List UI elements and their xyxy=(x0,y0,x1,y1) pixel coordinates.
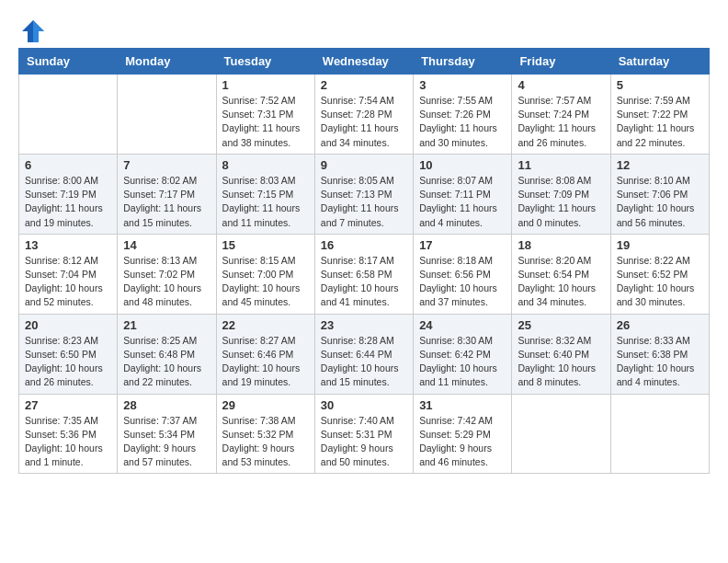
day-number: 12 xyxy=(617,158,703,172)
day-number: 20 xyxy=(25,318,111,332)
day-of-week-header: Friday xyxy=(512,49,610,75)
page-header xyxy=(18,18,710,39)
day-number: 17 xyxy=(419,238,506,252)
calendar-day-cell: 24Sunrise: 8:30 AM Sunset: 6:42 PM Dayli… xyxy=(414,314,512,394)
calendar-day-cell: 22Sunrise: 8:27 AM Sunset: 6:46 PM Dayli… xyxy=(216,314,314,394)
day-number: 6 xyxy=(25,158,111,172)
calendar-day-cell: 7Sunrise: 8:02 AM Sunset: 7:17 PM Daylig… xyxy=(118,154,216,234)
day-of-week-header: Thursday xyxy=(414,49,512,75)
calendar-day-cell: 10Sunrise: 8:07 AM Sunset: 7:11 PM Dayli… xyxy=(414,154,512,234)
calendar-day-cell: 20Sunrise: 8:23 AM Sunset: 6:50 PM Dayli… xyxy=(19,314,118,394)
calendar-day-cell: 9Sunrise: 8:05 AM Sunset: 7:13 PM Daylig… xyxy=(314,154,413,234)
day-number: 27 xyxy=(25,398,111,412)
calendar-day-cell: 16Sunrise: 8:17 AM Sunset: 6:58 PM Dayli… xyxy=(314,234,413,314)
day-number: 8 xyxy=(222,158,309,172)
day-of-week-header: Monday xyxy=(118,49,216,75)
calendar-day-cell: 29Sunrise: 7:38 AM Sunset: 5:32 PM Dayli… xyxy=(216,394,314,474)
day-of-week-header: Wednesday xyxy=(314,49,413,75)
day-number: 23 xyxy=(321,318,407,332)
day-info: Sunrise: 8:03 AM Sunset: 7:15 PM Dayligh… xyxy=(222,174,309,230)
calendar-day-cell: 5Sunrise: 7:59 AM Sunset: 7:22 PM Daylig… xyxy=(610,75,709,155)
day-info: Sunrise: 8:28 AM Sunset: 6:44 PM Dayligh… xyxy=(321,334,407,390)
day-number: 10 xyxy=(419,158,506,172)
calendar-day-cell: 23Sunrise: 8:28 AM Sunset: 6:44 PM Dayli… xyxy=(314,314,413,394)
calendar-day-cell xyxy=(19,75,118,155)
calendar-day-cell xyxy=(512,394,610,474)
day-of-week-header: Tuesday xyxy=(216,49,314,75)
day-number: 26 xyxy=(617,318,703,332)
calendar-day-cell: 2Sunrise: 7:54 AM Sunset: 7:28 PM Daylig… xyxy=(314,75,413,155)
calendar-day-cell: 6Sunrise: 8:00 AM Sunset: 7:19 PM Daylig… xyxy=(19,154,118,234)
day-info: Sunrise: 8:07 AM Sunset: 7:11 PM Dayligh… xyxy=(419,174,506,230)
day-of-week-header: Saturday xyxy=(610,49,709,75)
calendar-week-row: 27Sunrise: 7:35 AM Sunset: 5:36 PM Dayli… xyxy=(19,394,710,474)
day-info: Sunrise: 8:12 AM Sunset: 7:04 PM Dayligh… xyxy=(25,254,111,310)
day-info: Sunrise: 7:40 AM Sunset: 5:31 PM Dayligh… xyxy=(321,414,407,470)
day-info: Sunrise: 7:37 AM Sunset: 5:34 PM Dayligh… xyxy=(123,414,210,470)
day-info: Sunrise: 7:59 AM Sunset: 7:22 PM Dayligh… xyxy=(617,94,703,150)
logo-icon xyxy=(20,18,46,44)
calendar-week-row: 13Sunrise: 8:12 AM Sunset: 7:04 PM Dayli… xyxy=(19,234,710,314)
day-info: Sunrise: 7:42 AM Sunset: 5:29 PM Dayligh… xyxy=(419,414,506,470)
day-info: Sunrise: 7:38 AM Sunset: 5:32 PM Dayligh… xyxy=(222,414,309,470)
day-number: 31 xyxy=(419,398,506,412)
calendar-day-cell: 26Sunrise: 8:33 AM Sunset: 6:38 PM Dayli… xyxy=(610,314,709,394)
day-info: Sunrise: 8:23 AM Sunset: 6:50 PM Dayligh… xyxy=(25,334,111,390)
day-number: 15 xyxy=(222,238,309,252)
calendar-day-cell: 31Sunrise: 7:42 AM Sunset: 5:29 PM Dayli… xyxy=(414,394,512,474)
calendar-day-cell: 27Sunrise: 7:35 AM Sunset: 5:36 PM Dayli… xyxy=(19,394,118,474)
calendar-day-cell: 12Sunrise: 8:10 AM Sunset: 7:06 PM Dayli… xyxy=(610,154,709,234)
day-number: 3 xyxy=(419,78,506,92)
day-of-week-header: Sunday xyxy=(19,49,118,75)
calendar-week-row: 6Sunrise: 8:00 AM Sunset: 7:19 PM Daylig… xyxy=(19,154,710,234)
day-info: Sunrise: 8:17 AM Sunset: 6:58 PM Dayligh… xyxy=(321,254,407,310)
svg-marker-1 xyxy=(33,20,44,42)
day-number: 5 xyxy=(617,78,703,92)
day-number: 13 xyxy=(25,238,111,252)
calendar-day-cell: 30Sunrise: 7:40 AM Sunset: 5:31 PM Dayli… xyxy=(314,394,413,474)
day-info: Sunrise: 8:30 AM Sunset: 6:42 PM Dayligh… xyxy=(419,334,506,390)
calendar-day-cell: 8Sunrise: 8:03 AM Sunset: 7:15 PM Daylig… xyxy=(216,154,314,234)
calendar-header-row: SundayMondayTuesdayWednesdayThursdayFrid… xyxy=(19,49,710,75)
day-info: Sunrise: 8:18 AM Sunset: 6:56 PM Dayligh… xyxy=(419,254,506,310)
day-number: 22 xyxy=(222,318,309,332)
day-number: 16 xyxy=(321,238,407,252)
day-number: 24 xyxy=(419,318,506,332)
calendar-day-cell: 3Sunrise: 7:55 AM Sunset: 7:26 PM Daylig… xyxy=(414,75,512,155)
calendar-day-cell: 11Sunrise: 8:08 AM Sunset: 7:09 PM Dayli… xyxy=(512,154,610,234)
day-info: Sunrise: 8:02 AM Sunset: 7:17 PM Dayligh… xyxy=(123,174,210,230)
day-info: Sunrise: 7:54 AM Sunset: 7:28 PM Dayligh… xyxy=(321,94,407,150)
calendar-table: SundayMondayTuesdayWednesdayThursdayFrid… xyxy=(18,48,710,474)
calendar-day-cell: 17Sunrise: 8:18 AM Sunset: 6:56 PM Dayli… xyxy=(414,234,512,314)
day-number: 30 xyxy=(321,398,407,412)
day-number: 21 xyxy=(123,318,210,332)
day-number: 18 xyxy=(518,238,604,252)
day-info: Sunrise: 8:32 AM Sunset: 6:40 PM Dayligh… xyxy=(518,334,604,390)
logo xyxy=(18,18,46,39)
day-info: Sunrise: 7:57 AM Sunset: 7:24 PM Dayligh… xyxy=(518,94,604,150)
calendar-day-cell: 14Sunrise: 8:13 AM Sunset: 7:02 PM Dayli… xyxy=(118,234,216,314)
calendar-day-cell: 28Sunrise: 7:37 AM Sunset: 5:34 PM Dayli… xyxy=(118,394,216,474)
calendar-day-cell: 4Sunrise: 7:57 AM Sunset: 7:24 PM Daylig… xyxy=(512,75,610,155)
day-info: Sunrise: 7:52 AM Sunset: 7:31 PM Dayligh… xyxy=(222,94,309,150)
day-number: 2 xyxy=(321,78,407,92)
calendar-week-row: 20Sunrise: 8:23 AM Sunset: 6:50 PM Dayli… xyxy=(19,314,710,394)
day-number: 1 xyxy=(222,78,309,92)
day-number: 11 xyxy=(518,158,604,172)
day-number: 25 xyxy=(518,318,604,332)
calendar-day-cell: 21Sunrise: 8:25 AM Sunset: 6:48 PM Dayli… xyxy=(118,314,216,394)
day-number: 4 xyxy=(518,78,604,92)
day-number: 9 xyxy=(321,158,407,172)
day-number: 28 xyxy=(123,398,210,412)
day-info: Sunrise: 8:27 AM Sunset: 6:46 PM Dayligh… xyxy=(222,334,309,390)
calendar-day-cell xyxy=(610,394,709,474)
calendar-day-cell: 1Sunrise: 7:52 AM Sunset: 7:31 PM Daylig… xyxy=(216,75,314,155)
calendar-day-cell: 25Sunrise: 8:32 AM Sunset: 6:40 PM Dayli… xyxy=(512,314,610,394)
day-number: 19 xyxy=(617,238,703,252)
calendar-day-cell: 19Sunrise: 8:22 AM Sunset: 6:52 PM Dayli… xyxy=(610,234,709,314)
day-number: 29 xyxy=(222,398,309,412)
day-number: 14 xyxy=(123,238,210,252)
day-info: Sunrise: 7:55 AM Sunset: 7:26 PM Dayligh… xyxy=(419,94,506,150)
day-info: Sunrise: 8:10 AM Sunset: 7:06 PM Dayligh… xyxy=(617,174,703,230)
day-number: 7 xyxy=(123,158,210,172)
